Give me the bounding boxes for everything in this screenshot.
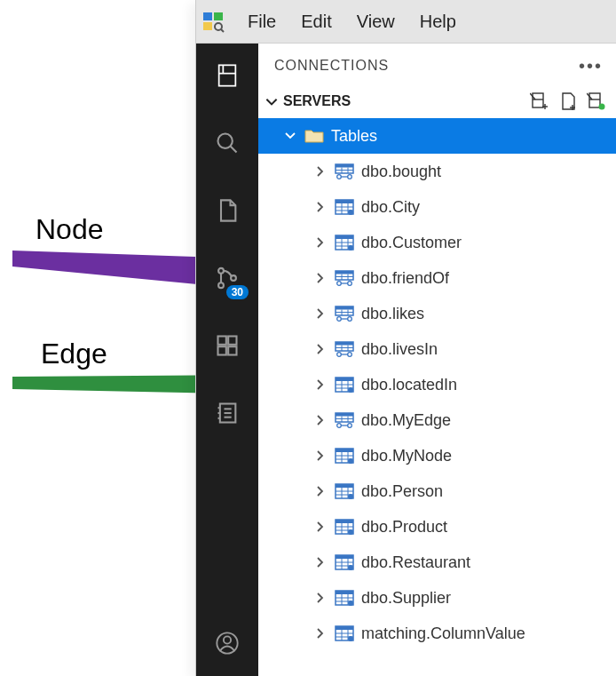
svg-rect-48 [336,200,353,203]
activity-file[interactable] [211,195,243,227]
svg-rect-108 [336,484,353,488]
tree-table-row[interactable]: dbo.friendOf [258,260,616,296]
menu-help[interactable]: Help [407,8,469,36]
activity-notebook[interactable] [211,397,243,429]
svg-rect-7 [219,65,236,85]
chevron-right-icon [312,305,329,322]
section-servers[interactable]: SERVERS [258,88,616,118]
svg-point-141 [348,636,353,641]
svg-point-45 [348,175,352,179]
tree-table-label: dbo.livesIn [361,340,438,359]
svg-point-13 [218,282,224,288]
svg-point-27 [224,636,231,643]
svg-point-113 [348,494,353,499]
chevron-right-icon [312,589,329,607]
node-table-icon [335,590,354,606]
svg-point-10 [218,134,233,148]
tree-table-label: dbo.Restaurant [361,553,470,572]
edge-table-icon [335,341,354,357]
chevron-right-icon [312,624,329,642]
svg-rect-16 [228,337,236,345]
activity-source-control[interactable]: 30 [211,262,243,294]
svg-point-134 [348,600,353,606]
tree-table-row[interactable]: dbo.Supplier [258,580,616,616]
svg-rect-70 [336,306,353,310]
activity-extensions[interactable] [211,330,243,362]
svg-point-14 [231,275,236,281]
node-table-icon [335,625,354,641]
chevron-right-icon [312,447,329,465]
source-control-badge: 30 [226,285,249,299]
tree-folder-tables[interactable]: Tables [258,118,616,154]
panel-header: CONNECTIONS ••• [258,44,616,88]
tree-table-row[interactable]: dbo.bought [258,154,616,189]
panel-title: CONNECTIONS [274,58,389,74]
new-query-button[interactable] [558,91,578,111]
panel-more-actions-button[interactable]: ••• [579,56,603,76]
tree-table-row[interactable]: matching.ColumnValue [258,616,616,651]
tree-table-row[interactable]: dbo.likes [258,296,616,331]
svg-point-5 [215,23,222,30]
new-connection-button[interactable] [530,91,549,111]
activity-connections[interactable] [211,60,243,91]
svg-line-11 [231,147,237,153]
tree-table-label: dbo.Person [361,482,443,501]
tree-table-row[interactable]: dbo.Product [258,509,616,545]
chevron-right-icon [312,340,329,358]
tree-table-row[interactable]: dbo.Customer [258,225,616,260]
chevron-right-icon [312,234,329,251]
tree-table-label: dbo.Product [361,518,447,537]
tree-table-row[interactable]: dbo.MyEdge [258,402,616,438]
svg-rect-115 [336,520,353,523]
svg-line-6 [221,29,224,32]
menu-view[interactable]: View [344,8,407,36]
svg-point-82 [337,353,342,357]
svg-rect-129 [336,591,353,594]
svg-point-60 [348,245,353,251]
new-server-group-button[interactable] [587,91,606,111]
svg-rect-28 [533,93,543,107]
chevron-right-icon [312,376,329,394]
svg-point-120 [348,529,353,535]
tree-folder-label: Tables [331,127,377,146]
activity-bar: 30 [196,44,258,676]
chevron-down-icon [264,93,280,109]
edge-table-icon [335,412,354,428]
edge-table-icon [335,163,354,179]
chevron-right-icon [312,269,329,287]
svg-point-67 [348,282,352,286]
tree-table-row[interactable]: dbo.Restaurant [258,545,616,580]
menu-bar: File Edit View Help [196,0,616,44]
svg-point-75 [348,317,352,322]
svg-point-127 [348,565,353,570]
svg-rect-4 [203,22,212,30]
svg-point-12 [218,268,224,274]
svg-rect-62 [336,271,353,274]
svg-rect-101 [336,449,353,452]
svg-rect-40 [336,164,353,168]
tree-table-row[interactable]: dbo.locatedIn [258,367,616,402]
node-table-icon [335,519,354,535]
menu-edit[interactable]: Edit [288,8,344,36]
menu-file[interactable]: File [235,8,288,36]
tree-table-row[interactable]: dbo.MyNode [258,438,616,473]
svg-point-44 [337,175,342,179]
tree-table-row[interactable]: dbo.Person [258,473,616,509]
tree-table-label: dbo.locatedIn [361,376,457,394]
tree-table-row[interactable]: dbo.livesIn [258,331,616,367]
activity-account[interactable] [211,627,243,659]
svg-rect-86 [336,378,353,381]
tree-table-row[interactable]: dbo.City [258,189,616,225]
svg-rect-15 [218,337,226,345]
tree-table-label: dbo.Supplier [361,589,451,608]
svg-rect-18 [228,346,236,354]
activity-search[interactable] [211,127,243,159]
edge-table-icon [335,270,354,286]
chevron-right-icon [312,553,329,571]
tree-table-label: dbo.MyNode [361,447,452,465]
svg-rect-122 [336,555,353,559]
svg-point-91 [348,387,353,393]
folder-icon [304,128,324,144]
svg-point-98 [348,424,352,428]
connections-panel: CONNECTIONS ••• SERVERS [258,44,616,676]
